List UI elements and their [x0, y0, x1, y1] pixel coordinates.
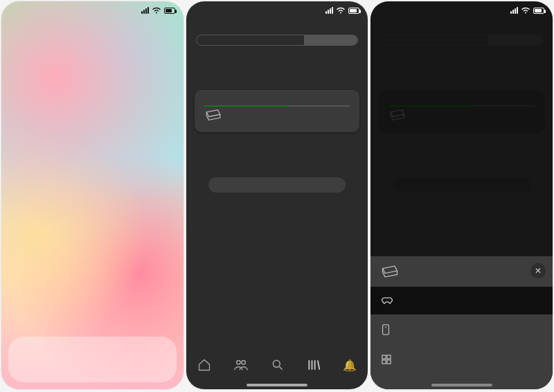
svg-rect-8: [387, 360, 391, 364]
action-remote-play[interactable]: [370, 287, 553, 314]
signal-icon: [141, 7, 149, 14]
svg-rect-3: [383, 325, 389, 335]
status-bar: [1, 1, 184, 19]
status-bar: [370, 1, 553, 19]
close-icon[interactable]: ✕: [530, 263, 546, 278]
battery-icon: [164, 8, 175, 14]
nav-search-icon[interactable]: [271, 358, 285, 372]
tab-consoles[interactable]: [304, 35, 358, 45]
library-tabs: [196, 35, 359, 46]
manage-icon: [382, 355, 391, 364]
svg-rect-7: [382, 360, 386, 364]
tab-games[interactable]: [250, 35, 304, 45]
console-icon: [204, 109, 222, 121]
action-manage-console[interactable]: [370, 345, 553, 374]
signal-icon: [510, 7, 518, 14]
battery-icon: [533, 8, 544, 14]
xbox-library-screen: 🔔: [186, 1, 368, 389]
console-action-sheet: ✕: [370, 256, 553, 389]
signal-icon: [325, 7, 333, 14]
remote-icon: [382, 324, 390, 335]
dock: [8, 337, 177, 382]
console-icon: [380, 265, 400, 278]
setup-console-button[interactable]: [208, 177, 346, 193]
nav-library-icon[interactable]: [307, 358, 321, 372]
console-card[interactable]: [195, 90, 360, 132]
svg-rect-5: [382, 355, 386, 359]
tab-captures[interactable]: [197, 35, 251, 45]
home-indicator[interactable]: [247, 384, 307, 386]
storage-bar: [204, 105, 350, 107]
nav-home-icon[interactable]: [197, 358, 211, 372]
action-remote-control[interactable]: [370, 314, 553, 345]
ios-home-screen: [1, 1, 184, 389]
xbox-console-actions-screen: ✕: [370, 1, 553, 389]
nav-social-icon[interactable]: [233, 358, 249, 372]
sheet-header: ✕: [370, 256, 553, 287]
svg-point-2: [273, 360, 280, 367]
svg-rect-6: [387, 355, 391, 359]
nav-notifications-icon[interactable]: 🔔: [343, 359, 357, 372]
home-indicator[interactable]: [431, 384, 492, 386]
gamepad-icon: [382, 296, 393, 305]
wifi-icon: [336, 7, 346, 14]
wifi-icon: [521, 7, 530, 14]
bottom-nav: 🔔: [186, 349, 368, 381]
svg-point-0: [236, 361, 240, 365]
status-bar: [186, 1, 368, 19]
wifi-icon: [152, 7, 161, 14]
svg-point-1: [242, 361, 246, 365]
svg-point-4: [385, 327, 386, 328]
battery-icon: [348, 8, 359, 14]
